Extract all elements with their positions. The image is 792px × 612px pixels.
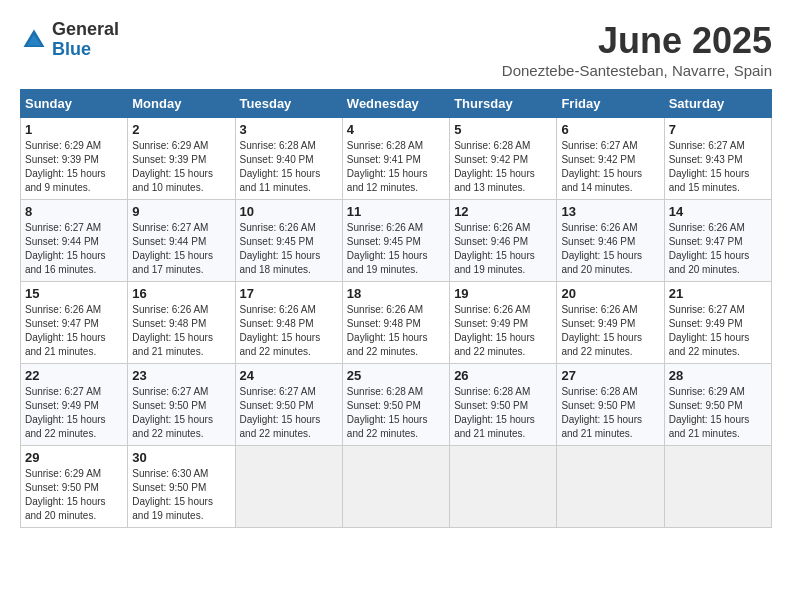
day-number: 25	[347, 368, 445, 383]
calendar-cell: 8Sunrise: 6:27 AM Sunset: 9:44 PM Daylig…	[21, 200, 128, 282]
day-number: 26	[454, 368, 552, 383]
calendar-cell: 18Sunrise: 6:26 AM Sunset: 9:48 PM Dayli…	[342, 282, 449, 364]
logo: General Blue	[20, 20, 119, 60]
day-info: Sunrise: 6:27 AM Sunset: 9:44 PM Dayligh…	[132, 221, 230, 277]
day-info: Sunrise: 6:26 AM Sunset: 9:48 PM Dayligh…	[347, 303, 445, 359]
day-number: 28	[669, 368, 767, 383]
day-info: Sunrise: 6:26 AM Sunset: 9:49 PM Dayligh…	[561, 303, 659, 359]
calendar-cell	[342, 446, 449, 528]
column-header-thursday: Thursday	[450, 90, 557, 118]
day-number: 21	[669, 286, 767, 301]
logo-blue: Blue	[52, 40, 119, 60]
day-info: Sunrise: 6:26 AM Sunset: 9:45 PM Dayligh…	[347, 221, 445, 277]
calendar-cell: 21Sunrise: 6:27 AM Sunset: 9:49 PM Dayli…	[664, 282, 771, 364]
day-info: Sunrise: 6:28 AM Sunset: 9:40 PM Dayligh…	[240, 139, 338, 195]
column-header-tuesday: Tuesday	[235, 90, 342, 118]
day-number: 19	[454, 286, 552, 301]
day-info: Sunrise: 6:27 AM Sunset: 9:50 PM Dayligh…	[132, 385, 230, 441]
calendar-cell: 11Sunrise: 6:26 AM Sunset: 9:45 PM Dayli…	[342, 200, 449, 282]
day-info: Sunrise: 6:28 AM Sunset: 9:50 PM Dayligh…	[561, 385, 659, 441]
day-info: Sunrise: 6:30 AM Sunset: 9:50 PM Dayligh…	[132, 467, 230, 523]
calendar-cell: 9Sunrise: 6:27 AM Sunset: 9:44 PM Daylig…	[128, 200, 235, 282]
day-info: Sunrise: 6:28 AM Sunset: 9:42 PM Dayligh…	[454, 139, 552, 195]
calendar-cell: 30Sunrise: 6:30 AM Sunset: 9:50 PM Dayli…	[128, 446, 235, 528]
day-number: 8	[25, 204, 123, 219]
day-info: Sunrise: 6:29 AM Sunset: 9:50 PM Dayligh…	[669, 385, 767, 441]
day-number: 4	[347, 122, 445, 137]
day-info: Sunrise: 6:27 AM Sunset: 9:49 PM Dayligh…	[25, 385, 123, 441]
day-number: 13	[561, 204, 659, 219]
calendar-week-2: 8Sunrise: 6:27 AM Sunset: 9:44 PM Daylig…	[21, 200, 772, 282]
calendar-week-4: 22Sunrise: 6:27 AM Sunset: 9:49 PM Dayli…	[21, 364, 772, 446]
calendar-cell: 3Sunrise: 6:28 AM Sunset: 9:40 PM Daylig…	[235, 118, 342, 200]
day-number: 3	[240, 122, 338, 137]
day-info: Sunrise: 6:27 AM Sunset: 9:50 PM Dayligh…	[240, 385, 338, 441]
calendar-cell	[664, 446, 771, 528]
day-info: Sunrise: 6:28 AM Sunset: 9:50 PM Dayligh…	[454, 385, 552, 441]
calendar-cell: 20Sunrise: 6:26 AM Sunset: 9:49 PM Dayli…	[557, 282, 664, 364]
day-number: 5	[454, 122, 552, 137]
calendar-cell: 28Sunrise: 6:29 AM Sunset: 9:50 PM Dayli…	[664, 364, 771, 446]
day-info: Sunrise: 6:26 AM Sunset: 9:49 PM Dayligh…	[454, 303, 552, 359]
calendar-cell: 7Sunrise: 6:27 AM Sunset: 9:43 PM Daylig…	[664, 118, 771, 200]
day-info: Sunrise: 6:29 AM Sunset: 9:39 PM Dayligh…	[25, 139, 123, 195]
day-number: 17	[240, 286, 338, 301]
day-info: Sunrise: 6:27 AM Sunset: 9:43 PM Dayligh…	[669, 139, 767, 195]
column-header-sunday: Sunday	[21, 90, 128, 118]
logo-icon	[20, 26, 48, 54]
day-number: 2	[132, 122, 230, 137]
calendar-table: SundayMondayTuesdayWednesdayThursdayFrid…	[20, 89, 772, 528]
day-number: 14	[669, 204, 767, 219]
day-info: Sunrise: 6:27 AM Sunset: 9:49 PM Dayligh…	[669, 303, 767, 359]
day-info: Sunrise: 6:26 AM Sunset: 9:48 PM Dayligh…	[132, 303, 230, 359]
column-header-saturday: Saturday	[664, 90, 771, 118]
day-number: 15	[25, 286, 123, 301]
calendar-cell	[235, 446, 342, 528]
column-header-friday: Friday	[557, 90, 664, 118]
day-number: 7	[669, 122, 767, 137]
day-info: Sunrise: 6:26 AM Sunset: 9:46 PM Dayligh…	[454, 221, 552, 277]
day-info: Sunrise: 6:28 AM Sunset: 9:41 PM Dayligh…	[347, 139, 445, 195]
calendar-week-5: 29Sunrise: 6:29 AM Sunset: 9:50 PM Dayli…	[21, 446, 772, 528]
calendar-cell: 1Sunrise: 6:29 AM Sunset: 9:39 PM Daylig…	[21, 118, 128, 200]
day-number: 30	[132, 450, 230, 465]
day-info: Sunrise: 6:26 AM Sunset: 9:45 PM Dayligh…	[240, 221, 338, 277]
calendar-cell: 26Sunrise: 6:28 AM Sunset: 9:50 PM Dayli…	[450, 364, 557, 446]
day-info: Sunrise: 6:29 AM Sunset: 9:39 PM Dayligh…	[132, 139, 230, 195]
day-number: 24	[240, 368, 338, 383]
day-number: 9	[132, 204, 230, 219]
day-number: 23	[132, 368, 230, 383]
calendar-cell: 15Sunrise: 6:26 AM Sunset: 9:47 PM Dayli…	[21, 282, 128, 364]
calendar-cell: 19Sunrise: 6:26 AM Sunset: 9:49 PM Dayli…	[450, 282, 557, 364]
column-header-monday: Monday	[128, 90, 235, 118]
day-number: 1	[25, 122, 123, 137]
calendar-cell: 6Sunrise: 6:27 AM Sunset: 9:42 PM Daylig…	[557, 118, 664, 200]
calendar-cell: 2Sunrise: 6:29 AM Sunset: 9:39 PM Daylig…	[128, 118, 235, 200]
calendar-cell: 23Sunrise: 6:27 AM Sunset: 9:50 PM Dayli…	[128, 364, 235, 446]
day-info: Sunrise: 6:28 AM Sunset: 9:50 PM Dayligh…	[347, 385, 445, 441]
calendar-cell	[450, 446, 557, 528]
day-number: 27	[561, 368, 659, 383]
calendar-cell: 27Sunrise: 6:28 AM Sunset: 9:50 PM Dayli…	[557, 364, 664, 446]
day-info: Sunrise: 6:29 AM Sunset: 9:50 PM Dayligh…	[25, 467, 123, 523]
header: General Blue June 2025 Doneztebe-Santest…	[20, 20, 772, 79]
day-number: 10	[240, 204, 338, 219]
day-info: Sunrise: 6:26 AM Sunset: 9:47 PM Dayligh…	[669, 221, 767, 277]
day-number: 18	[347, 286, 445, 301]
logo-general: General	[52, 20, 119, 40]
day-number: 22	[25, 368, 123, 383]
day-info: Sunrise: 6:27 AM Sunset: 9:42 PM Dayligh…	[561, 139, 659, 195]
day-number: 6	[561, 122, 659, 137]
calendar-cell: 29Sunrise: 6:29 AM Sunset: 9:50 PM Dayli…	[21, 446, 128, 528]
day-info: Sunrise: 6:27 AM Sunset: 9:44 PM Dayligh…	[25, 221, 123, 277]
calendar-cell: 24Sunrise: 6:27 AM Sunset: 9:50 PM Dayli…	[235, 364, 342, 446]
calendar-cell: 4Sunrise: 6:28 AM Sunset: 9:41 PM Daylig…	[342, 118, 449, 200]
calendar-week-3: 15Sunrise: 6:26 AM Sunset: 9:47 PM Dayli…	[21, 282, 772, 364]
day-number: 16	[132, 286, 230, 301]
calendar-cell: 14Sunrise: 6:26 AM Sunset: 9:47 PM Dayli…	[664, 200, 771, 282]
calendar-cell: 16Sunrise: 6:26 AM Sunset: 9:48 PM Dayli…	[128, 282, 235, 364]
calendar-subtitle: Doneztebe-Santesteban, Navarre, Spain	[502, 62, 772, 79]
day-info: Sunrise: 6:26 AM Sunset: 9:46 PM Dayligh…	[561, 221, 659, 277]
calendar-cell: 5Sunrise: 6:28 AM Sunset: 9:42 PM Daylig…	[450, 118, 557, 200]
calendar-week-1: 1Sunrise: 6:29 AM Sunset: 9:39 PM Daylig…	[21, 118, 772, 200]
